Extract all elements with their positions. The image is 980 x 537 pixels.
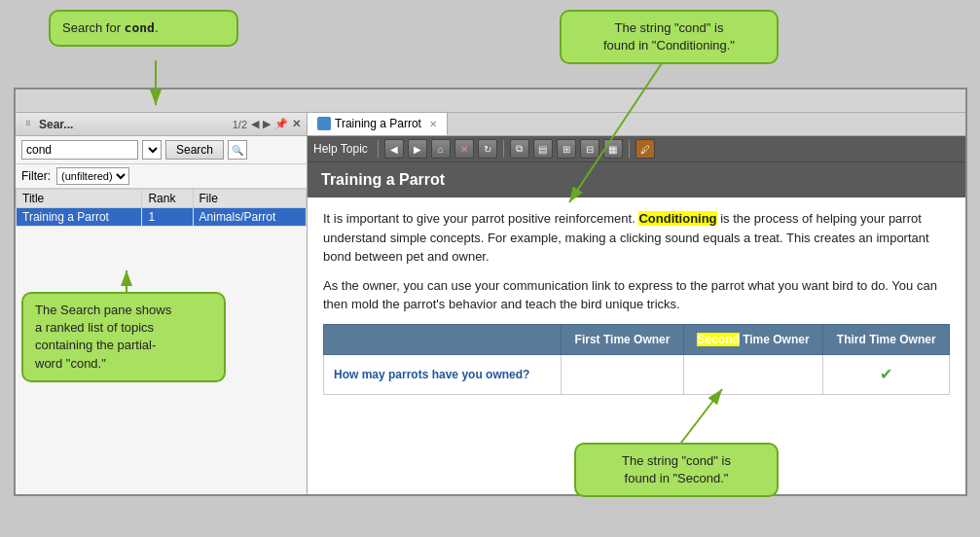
row-third-val: ✔ (823, 354, 950, 394)
filter-row: Filter: (unfiltered) (16, 164, 307, 189)
highlight-btn[interactable]: 🖊 (635, 139, 655, 159)
result-rank: 1 (142, 208, 193, 227)
expand-btn[interactable]: ⊞ (557, 139, 576, 159)
paragraph-1: It is important to give your parrot posi… (323, 209, 950, 267)
filter-label: Filter: (21, 169, 51, 183)
result-file: Animals/Parrot (193, 208, 306, 227)
copy-btn[interactable]: ⧉ (510, 139, 529, 159)
para1-before: It is important to give your parrot posi… (323, 211, 638, 226)
tab-close-btn[interactable]: ✕ (429, 119, 437, 129)
content-table: First Time Owner Second Time Owner Third… (323, 324, 950, 395)
col-title: Title (17, 190, 142, 208)
search-input[interactable]: cond (21, 140, 138, 160)
nav-back[interactable]: ◀ (251, 118, 259, 130)
close-panel-btn[interactable]: ✕ (292, 118, 301, 130)
toolbar-separator-3 (629, 140, 630, 158)
toolbar-separator-2 (503, 140, 504, 158)
right-tab-bar: Training a Parrot ✕ (308, 113, 965, 136)
home-btn[interactable]: ⌂ (431, 139, 451, 159)
paragraph-2: As the owner, you can use your communica… (323, 276, 950, 314)
result-title: Training a Parrot (17, 208, 142, 227)
tab-icon (317, 117, 331, 130)
col-header-third: Third Time Owner (823, 324, 950, 354)
filter-select[interactable]: (unfiltered) (56, 167, 129, 185)
grip-icon: ⠿ (21, 118, 35, 131)
results-table: Title Rank File Training a Parrot 1 Anim… (16, 189, 307, 227)
search-panel-title: Sear... (39, 118, 73, 131)
search-panel-header: ⠿ Sear... 1/2 ◀ ▶ 📌 ✕ (16, 113, 307, 136)
search-magnifier-btn[interactable]: 🔍 (228, 140, 247, 160)
table-row-1: How may parrots have you owned? ✔ (324, 354, 950, 394)
row-second-val (683, 354, 823, 394)
refresh-btn[interactable]: ↻ (478, 139, 497, 159)
layout-btn[interactable]: ▦ (603, 139, 623, 159)
content-tab[interactable]: Training a Parrot ✕ (308, 113, 448, 135)
row-first-val (562, 354, 683, 394)
forward-btn[interactable]: ▶ (408, 139, 427, 159)
pin-icon[interactable]: 📌 (274, 118, 288, 130)
col-file: File (193, 190, 306, 208)
col-header-second: Second Time Owner (683, 324, 823, 354)
toolbar-separator (378, 140, 379, 158)
callout-bottom-right: The string "cond" isfound in "Second." (574, 443, 779, 497)
col-header-empty (324, 324, 562, 354)
col-rank: Rank (142, 190, 193, 208)
search-button[interactable]: Search (165, 140, 224, 160)
counter-display: 1/2 (233, 119, 247, 130)
callout-bottom-left: The Search pane showsa ranked list of to… (21, 292, 226, 382)
print-btn[interactable]: ▤ (533, 139, 553, 159)
callout-top-right: The string "cond" isfound in "Conditioni… (560, 10, 779, 64)
stop-btn[interactable]: ✕ (454, 139, 474, 159)
main-tab-bar (16, 90, 965, 113)
content-toolbar: Help Topic ◀ ▶ ⌂ ✕ ↻ ⧉ ▤ ⊞ ⊟ ▦ 🖊 (308, 136, 965, 162)
conditioning-highlight: Conditioning (638, 211, 716, 226)
checkmark-icon: ✔ (880, 366, 892, 382)
back-btn[interactable]: ◀ (384, 139, 404, 159)
row-question: How may parrots have you owned? (324, 354, 562, 394)
callout-top-left: Search for cond. (49, 10, 238, 47)
table-row[interactable]: Training a Parrot 1 Animals/Parrot (17, 208, 307, 227)
page-title: Training a Parrot (308, 162, 965, 197)
second-highlight: Second (697, 333, 739, 346)
tab-label: Training a Parrot (335, 117, 421, 130)
toolbar-label: Help Topic (313, 142, 368, 156)
content-panel: Training a Parrot ✕ Help Topic ◀ ▶ ⌂ ✕ ↻… (308, 113, 965, 494)
split-btn[interactable]: ⊟ (580, 139, 599, 159)
search-dropdown[interactable]: ▼ (142, 140, 162, 160)
panel-controls: 1/2 ◀ ▶ 📌 ✕ (233, 118, 301, 130)
col-header-first: First Time Owner (562, 324, 683, 354)
search-input-row: cond ▼ Search 🔍 (16, 136, 307, 164)
nav-forward[interactable]: ▶ (263, 118, 271, 130)
